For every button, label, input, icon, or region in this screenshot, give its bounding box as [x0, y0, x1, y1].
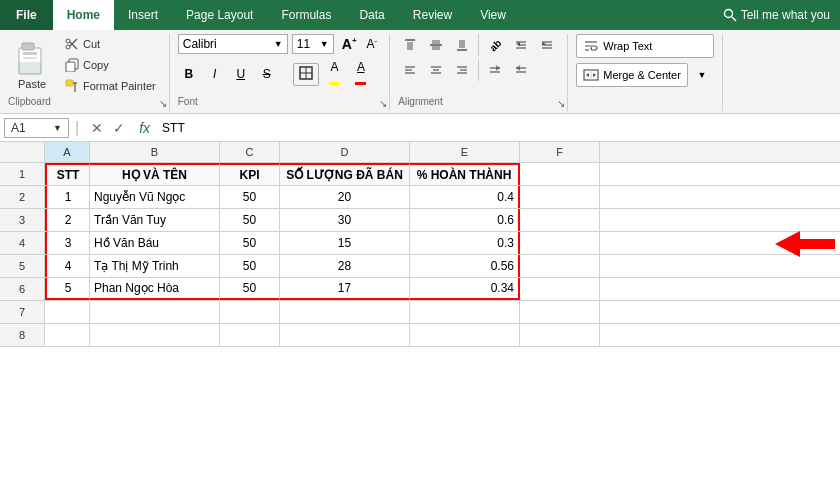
- row-header-5[interactable]: 5: [0, 255, 45, 277]
- cell-f5[interactable]: [520, 255, 600, 277]
- increase-font-size-button[interactable]: A+: [338, 34, 361, 54]
- cell-a1[interactable]: STT: [45, 163, 90, 185]
- cell-a4[interactable]: 3: [45, 232, 90, 254]
- cell-b7[interactable]: [90, 301, 220, 323]
- wrap-text-button[interactable]: Wrap Text: [576, 34, 714, 58]
- cancel-formula-button[interactable]: ✕: [89, 118, 105, 138]
- col-header-e[interactable]: E: [410, 142, 520, 162]
- align-bottom-button[interactable]: [450, 34, 474, 56]
- cell-b8[interactable]: [90, 324, 220, 346]
- col-header-b[interactable]: B: [90, 142, 220, 162]
- italic-button[interactable]: I: [204, 64, 226, 84]
- bold-button[interactable]: B: [178, 64, 200, 84]
- cell-a3[interactable]: 2: [45, 209, 90, 231]
- underline-button[interactable]: U: [230, 64, 252, 84]
- confirm-formula-button[interactable]: ✓: [111, 118, 127, 138]
- cell-f6[interactable]: [520, 278, 600, 300]
- col-header-c[interactable]: C: [220, 142, 280, 162]
- cell-f3[interactable]: [520, 209, 600, 231]
- align-left-button[interactable]: [398, 59, 422, 81]
- cell-f4[interactable]: [520, 232, 600, 254]
- cell-c5[interactable]: 50: [220, 255, 280, 277]
- row-header-8[interactable]: 8: [0, 324, 45, 346]
- cell-c4[interactable]: 50: [220, 232, 280, 254]
- strikethrough-button[interactable]: S: [256, 64, 278, 84]
- cell-c7[interactable]: [220, 301, 280, 323]
- cell-a8[interactable]: [45, 324, 90, 346]
- decrease-indent-button[interactable]: [483, 59, 507, 81]
- cell-f2[interactable]: [520, 186, 600, 208]
- merge-center-button[interactable]: Merge & Center: [576, 63, 688, 87]
- alignment-expander[interactable]: ↘: [557, 98, 565, 109]
- cell-e2[interactable]: 0.4: [410, 186, 520, 208]
- font-name-selector[interactable]: Calibri ▼: [178, 34, 288, 54]
- row-header-2[interactable]: 2: [0, 186, 45, 208]
- cell-c8[interactable]: [220, 324, 280, 346]
- cell-ref-dropdown[interactable]: ▼: [53, 123, 62, 133]
- cell-f8[interactable]: [520, 324, 600, 346]
- align-right-button[interactable]: [450, 59, 474, 81]
- formulas-tab[interactable]: Formulas: [267, 0, 345, 30]
- cell-b3[interactable]: Trần Văn Tuy: [90, 209, 220, 231]
- borders-button[interactable]: [293, 63, 319, 86]
- orientation-button[interactable]: ab: [479, 29, 512, 62]
- cell-c6[interactable]: 50: [220, 278, 280, 300]
- cell-b4[interactable]: Hồ Văn Báu: [90, 232, 220, 254]
- cell-e7[interactable]: [410, 301, 520, 323]
- font-expander[interactable]: ↘: [379, 98, 387, 109]
- cell-c3[interactable]: 50: [220, 209, 280, 231]
- col-header-a[interactable]: A: [45, 142, 90, 162]
- cell-b5[interactable]: Tạ Thị Mỹ Trinh: [90, 255, 220, 277]
- col-header-f[interactable]: F: [520, 142, 600, 162]
- insert-tab[interactable]: Insert: [114, 0, 172, 30]
- cell-e8[interactable]: [410, 324, 520, 346]
- paste-button[interactable]: Paste: [8, 35, 56, 95]
- align-middle-button[interactable]: [424, 34, 448, 56]
- view-tab[interactable]: View: [466, 0, 520, 30]
- cell-b6[interactable]: Phan Ngọc Hòa: [90, 278, 220, 300]
- cell-e4[interactable]: 0.3: [410, 232, 520, 254]
- cell-e6[interactable]: 0.34: [410, 278, 520, 300]
- cut-button[interactable]: Cut: [60, 34, 161, 54]
- clipboard-expander[interactable]: ↘: [159, 98, 167, 109]
- align-top-button[interactable]: [398, 34, 422, 56]
- row-header-3[interactable]: 3: [0, 209, 45, 231]
- cell-f7[interactable]: [520, 301, 600, 323]
- cell-d6[interactable]: 17: [280, 278, 410, 300]
- cell-c2[interactable]: 50: [220, 186, 280, 208]
- cell-d5[interactable]: 28: [280, 255, 410, 277]
- formula-input[interactable]: [158, 119, 836, 137]
- decrease-font-size-button[interactable]: A-: [363, 34, 382, 54]
- cell-e5[interactable]: 0.56: [410, 255, 520, 277]
- cell-a7[interactable]: [45, 301, 90, 323]
- cell-e3[interactable]: 0.6: [410, 209, 520, 231]
- home-tab[interactable]: Home: [53, 0, 114, 30]
- cell-a5[interactable]: 4: [45, 255, 90, 277]
- cell-b1[interactable]: HỌ VÀ TÊN: [90, 163, 220, 185]
- row-header-4[interactable]: 4: [0, 232, 45, 254]
- cell-b2[interactable]: Nguyễn Vũ Ngọc: [90, 186, 220, 208]
- row-header-6[interactable]: 6: [0, 278, 45, 300]
- page-layout-tab[interactable]: Page Layout: [172, 0, 267, 30]
- cell-d4[interactable]: 15: [280, 232, 410, 254]
- row-header-1[interactable]: 1: [0, 163, 45, 185]
- cell-d7[interactable]: [280, 301, 410, 323]
- merge-dropdown-button[interactable]: ▼: [690, 64, 714, 86]
- increase-indent-button[interactable]: [509, 59, 533, 81]
- cell-c1[interactable]: KPI: [220, 163, 280, 185]
- file-tab[interactable]: File: [0, 0, 53, 30]
- cell-e1[interactable]: % HOÀN THÀNH: [410, 163, 520, 185]
- align-center-button[interactable]: [424, 59, 448, 81]
- cell-reference-box[interactable]: A1 ▼: [4, 118, 69, 138]
- cell-d8[interactable]: [280, 324, 410, 346]
- cell-a2[interactable]: 1: [45, 186, 90, 208]
- col-header-d[interactable]: D: [280, 142, 410, 162]
- cell-d3[interactable]: 30: [280, 209, 410, 231]
- data-tab[interactable]: Data: [345, 0, 398, 30]
- cell-a6[interactable]: 5: [45, 278, 90, 300]
- indent-increase-button[interactable]: [535, 34, 559, 56]
- copy-button[interactable]: Copy: [60, 55, 161, 75]
- cell-f1[interactable]: [520, 163, 600, 185]
- fill-color-button[interactable]: A: [323, 57, 346, 91]
- font-size-selector[interactable]: 11 ▼: [292, 34, 334, 54]
